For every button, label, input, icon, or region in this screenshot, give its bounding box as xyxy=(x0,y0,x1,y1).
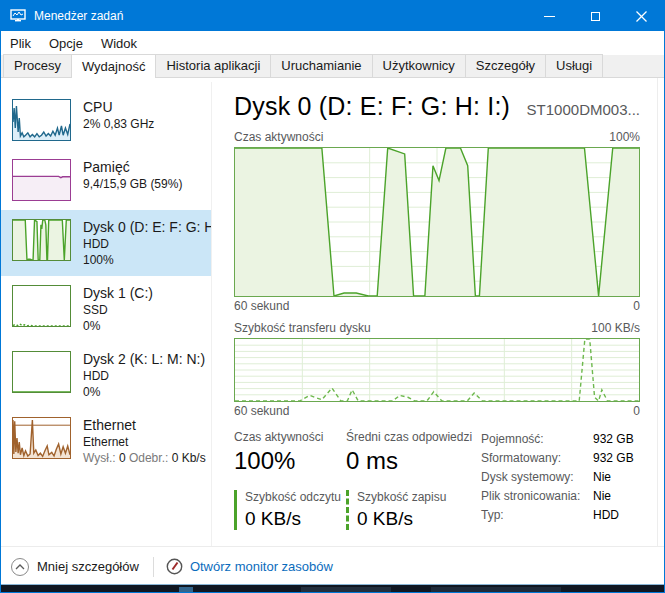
menu-plik[interactable]: Plik xyxy=(10,34,40,53)
sidebar-disk1-usage: 0% xyxy=(83,319,153,333)
menu-bar: Plik Opcje Widok xyxy=(1,31,664,55)
less-details-button[interactable]: Mniej szczegółów xyxy=(11,558,139,576)
stat-response-time: Średni czas odpowiedzi 0 ms xyxy=(346,430,481,475)
stat-write-value: 0 KB/s xyxy=(357,508,481,530)
sidebar-memory-title: Pamięć xyxy=(83,159,182,175)
sidebar-item-ethernet[interactable]: Ethernet Ethernet Wysł.: 0 Odebr.: 0 Kb/… xyxy=(1,408,211,474)
scrollbar-track[interactable] xyxy=(657,78,658,546)
stat-read-value: 0 KB/s xyxy=(245,508,346,530)
transfer-chart-max: 100 KB/s xyxy=(591,321,640,335)
tab-strip: Procesy Wydajność Historia aplikacji Uru… xyxy=(1,55,664,78)
sidebar-ethernet-throughput: Wysł.: 0 Odebr.: 0 Kb/s xyxy=(83,451,206,465)
transfer-xaxis-right: 0 xyxy=(633,404,640,419)
sidebar-disk2-type: HDD xyxy=(83,369,205,383)
maximize-icon xyxy=(591,12,600,21)
sidebar-ethernet-name: Ethernet xyxy=(83,435,206,449)
stat-response-value: 0 ms xyxy=(346,447,481,475)
sidebar-item-memory[interactable]: Pamięć 9,4/15,9 GB (59%) xyxy=(1,150,211,210)
disk2-mini-chart xyxy=(12,351,71,393)
sidebar-disk1-title: Dysk 1 (C:) xyxy=(83,285,153,301)
property-row: Typ:HDD xyxy=(481,506,634,525)
tab-uslugi[interactable]: Usługi xyxy=(545,54,603,77)
tab-szczegoly[interactable]: Szczegóły xyxy=(465,54,546,77)
sidebar-item-cpu[interactable]: CPU 2% 0,83 GHz xyxy=(1,90,211,150)
sidebar-memory-stats: 9,4/15,9 GB (59%) xyxy=(83,177,182,191)
menu-opcje[interactable]: Opcje xyxy=(49,34,92,53)
activity-chart-max: 100% xyxy=(609,130,640,144)
memory-mini-chart xyxy=(12,159,71,201)
task-manager-app-icon xyxy=(10,9,26,23)
performance-pane: CPU 2% 0,83 GHz Pamięć 9,4/15,9 GB (59%)… xyxy=(1,78,665,546)
task-manager-window: Menedżer zadań Plik Opcje Widok Procesy … xyxy=(0,0,665,593)
disk-activity-chart xyxy=(234,147,640,297)
page-title: Dysk 0 (D: E: F: G: H: I:) xyxy=(234,92,510,121)
disk-transfer-chart xyxy=(234,338,640,402)
sidebar-disk2-usage: 0% xyxy=(83,385,205,399)
stat-activity: Czas aktywności 100% xyxy=(234,430,346,475)
transfer-xaxis-left: 60 sekund xyxy=(234,404,289,419)
disk1-mini-chart xyxy=(12,285,71,327)
sidebar-cpu-title: CPU xyxy=(83,99,154,115)
property-row: Plik stronicowania:Nie xyxy=(481,487,634,506)
menu-widok[interactable]: Widok xyxy=(101,34,146,53)
sidebar-disk0-usage: 100% xyxy=(83,253,211,267)
transfer-chart-label: Szybkość transferu dysku xyxy=(234,321,371,335)
maximize-button[interactable] xyxy=(572,1,618,31)
footer-separator xyxy=(153,557,154,577)
activity-xaxis-left: 60 sekund xyxy=(234,299,289,314)
window-title: Menedżer zadań xyxy=(34,9,123,23)
ethernet-mini-chart xyxy=(12,417,71,459)
tab-historia-aplikacji[interactable]: Historia aplikacji xyxy=(155,54,271,77)
chevron-up-icon xyxy=(11,558,29,576)
sidebar-disk1-type: SSD xyxy=(83,303,153,317)
property-row: Pojemność:932 GB xyxy=(481,430,634,449)
property-row: Sformatowany:932 GB xyxy=(481,449,634,468)
disk-detail-panel: Dysk 0 (D: E: F: G: H: I:) ST1000DM003..… xyxy=(234,78,640,546)
activity-xaxis-right: 0 xyxy=(633,299,640,314)
tab-uruchamianie[interactable]: Uruchamianie xyxy=(270,54,372,77)
disk-stats: Czas aktywności 100% Średni czas odpowie… xyxy=(234,430,640,530)
tab-wydajnosc[interactable]: Wydajność xyxy=(71,54,156,78)
disk-properties: Pojemność:932 GB Sformatowany:932 GB Dys… xyxy=(481,430,634,530)
sidebar-item-disk2[interactable]: Dysk 2 (K: L: M: N:) HDD 0% xyxy=(1,342,211,408)
sidebar-item-disk1[interactable]: Dysk 1 (C:) SSD 0% xyxy=(1,276,211,342)
open-resource-monitor-link[interactable]: Otwórz monitor zasobów xyxy=(166,558,333,575)
title-bar[interactable]: Menedżer zadań xyxy=(1,1,664,31)
tab-procesy[interactable]: Procesy xyxy=(3,54,72,77)
minimize-icon xyxy=(544,16,555,17)
cpu-mini-chart xyxy=(12,99,71,141)
sidebar-disk2-title: Dysk 2 (K: L: M: N:) xyxy=(83,351,205,367)
sidebar-disk0-title: Dysk 0 (D: E: F: G: H: I:) xyxy=(83,219,211,235)
activity-chart-label: Czas aktywności xyxy=(234,130,323,144)
disk0-mini-chart xyxy=(12,219,71,261)
property-row: Dysk systemowy:Nie xyxy=(481,468,634,487)
sidebar-disk0-type: HDD xyxy=(83,237,211,251)
sidebar-ethernet-title: Ethernet xyxy=(83,417,206,433)
sidebar-cpu-stats: 2% 0,83 GHz xyxy=(83,117,154,131)
performance-sidebar: CPU 2% 0,83 GHz Pamięć 9,4/15,9 GB (59%)… xyxy=(1,78,211,546)
footer-bar: Mniej szczegółów Otwórz monitor zasobów xyxy=(1,546,664,586)
sidebar-divider xyxy=(211,82,212,546)
close-icon xyxy=(636,11,647,22)
taskbar-sliver xyxy=(1,584,664,592)
sidebar-item-disk0[interactable]: Dysk 0 (D: E: F: G: H: I:) HDD 100% xyxy=(1,210,211,276)
device-model: ST1000DM003... xyxy=(527,101,640,118)
stat-read-speed: Szybkość odczytu 0 KB/s xyxy=(234,490,346,530)
resource-monitor-icon xyxy=(166,558,183,575)
stat-write-speed: Szybkość zapisu 0 KB/s xyxy=(346,490,481,530)
minimize-button[interactable] xyxy=(526,1,572,31)
tab-uzytkownicy[interactable]: Użytkownicy xyxy=(372,54,466,77)
stat-activity-value: 100% xyxy=(234,447,346,475)
close-button[interactable] xyxy=(618,1,664,31)
